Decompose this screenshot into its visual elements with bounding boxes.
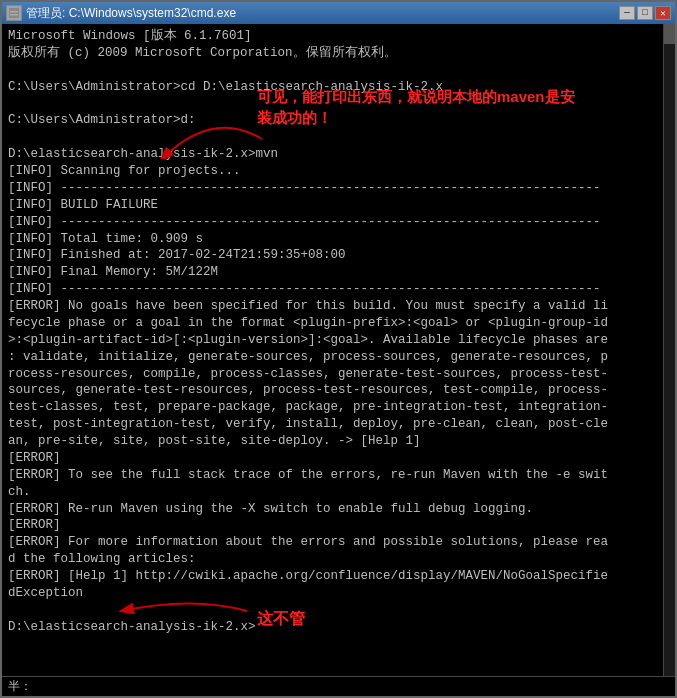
- svg-rect-0: [8, 7, 20, 19]
- console-output: Microsoft Windows [版本 6.1.7601] 版权所有 (c)…: [8, 28, 669, 636]
- minimize-button[interactable]: —: [619, 6, 635, 20]
- close-button[interactable]: ✕: [655, 6, 671, 20]
- scrollbar-thumb[interactable]: [664, 24, 675, 44]
- title-bar: 管理员: C:\Windows\system32\cmd.exe — □ ✕: [2, 2, 675, 24]
- maximize-button[interactable]: □: [637, 6, 653, 20]
- title-bar-left: 管理员: C:\Windows\system32\cmd.exe: [6, 5, 236, 22]
- title-text: 管理员: C:\Windows\system32\cmd.exe: [26, 5, 236, 22]
- scrollbar[interactable]: [663, 24, 675, 676]
- console-area[interactable]: Microsoft Windows [版本 6.1.7601] 版权所有 (c)…: [2, 24, 675, 676]
- status-bar: 半：: [2, 676, 675, 696]
- status-text: 半：: [8, 678, 32, 695]
- cmd-window: 管理员: C:\Windows\system32\cmd.exe — □ ✕ M…: [0, 0, 677, 698]
- svg-rect-2: [10, 14, 18, 16]
- title-buttons: — □ ✕: [619, 6, 671, 20]
- window-icon: [6, 5, 22, 21]
- svg-rect-1: [10, 11, 18, 13]
